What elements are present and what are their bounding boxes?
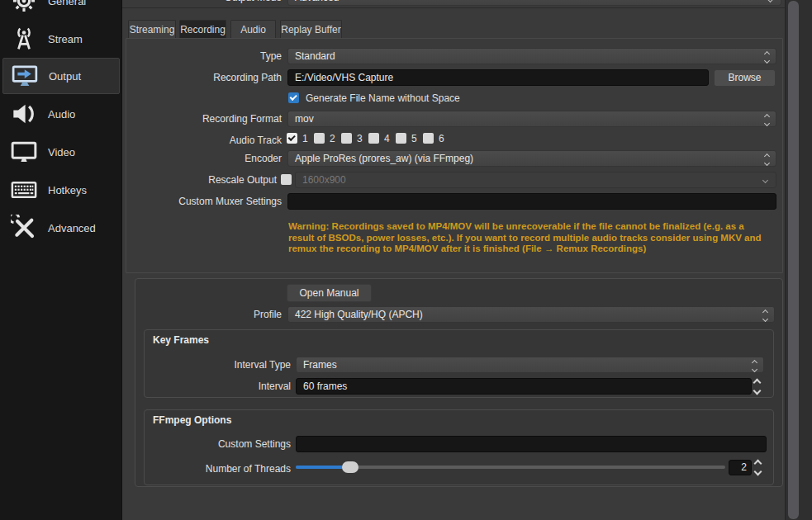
sidebar-item-output[interactable]: Output bbox=[2, 58, 120, 94]
profile-value: 422 High Quality/HQ (APCH) bbox=[295, 309, 423, 320]
custom-settings-label: Custom Settings bbox=[139, 436, 291, 452]
sidebar-label-advanced: Advanced bbox=[48, 222, 96, 234]
ffmpeg-options-title: FFmpeg Options bbox=[153, 414, 231, 426]
interval-type-select[interactable]: Frames bbox=[296, 357, 764, 373]
audio-track-1-checkbox[interactable] bbox=[287, 133, 297, 144]
spinner-icons[interactable] bbox=[753, 361, 757, 371]
audio-track-4-label: 4 bbox=[384, 130, 396, 147]
rescale-resolution-value: 1600x900 bbox=[302, 174, 346, 186]
speaker-icon bbox=[10, 100, 38, 128]
broadcast-icon bbox=[10, 25, 38, 53]
custom-muxer-label: Custom Muxer Settings bbox=[122, 193, 282, 210]
sidebar-item-general[interactable]: General bbox=[2, 0, 120, 19]
recording-path-input[interactable]: E:/Video/VHS Capture bbox=[287, 69, 709, 86]
rescale-output-checkbox[interactable] bbox=[281, 174, 292, 185]
audio-track-3-checkbox[interactable] bbox=[341, 133, 352, 144]
sidebar-item-hotkeys[interactable]: Hotkeys bbox=[2, 172, 120, 208]
encoder-select[interactable]: Apple ProRes (prores_aw) (via FFmpeg) bbox=[287, 150, 776, 167]
scrollbar-track[interactable] bbox=[785, 0, 812, 520]
interval-type-value: Frames bbox=[303, 359, 337, 371]
keyboard-icon bbox=[10, 176, 38, 204]
encoder-label: Encoder bbox=[122, 150, 282, 167]
check-icon bbox=[290, 92, 297, 100]
rescale-output-label: Rescale Output bbox=[122, 172, 277, 188]
number-of-threads-label: Number of Threads bbox=[139, 461, 291, 477]
tools-icon bbox=[10, 214, 38, 242]
recording-format-select[interactable]: mov bbox=[287, 111, 776, 127]
sidebar-label-general: General bbox=[48, 0, 86, 7]
audio-track-2-label: 2 bbox=[330, 130, 341, 147]
sidebar-label-video: Video bbox=[48, 146, 75, 158]
sidebar-label-hotkeys: Hotkeys bbox=[48, 184, 87, 196]
type-value: Standard bbox=[295, 50, 335, 62]
spinner-icons[interactable] bbox=[765, 115, 769, 125]
audio-track-5-label: 5 bbox=[411, 130, 423, 147]
sidebar-item-stream[interactable]: Stream bbox=[2, 21, 120, 57]
check-icon bbox=[288, 133, 296, 140]
audio-track-5-checkbox[interactable] bbox=[396, 133, 406, 144]
recording-format-label: Recording Format bbox=[122, 111, 282, 127]
audio-track-1-label: 1 bbox=[302, 130, 314, 147]
sidebar-item-advanced[interactable]: Advanced bbox=[2, 210, 120, 246]
gear-icon bbox=[10, 0, 38, 15]
type-label: Type bbox=[122, 48, 282, 64]
settings-sidebar: General Stream bbox=[0, 0, 122, 520]
audio-track-6-label: 6 bbox=[439, 130, 450, 147]
settings-window: General Stream bbox=[0, 0, 812, 520]
custom-muxer-input[interactable] bbox=[287, 193, 776, 210]
custom-settings-input[interactable] bbox=[296, 436, 767, 452]
tab-streaming[interactable]: Streaming bbox=[128, 20, 176, 38]
type-select[interactable]: Standard bbox=[287, 48, 776, 64]
mp4-warning-text: Warning: Recordings saved to MP4/MOV wil… bbox=[288, 221, 766, 255]
open-manual-button[interactable]: Open Manual bbox=[287, 284, 372, 302]
profile-select[interactable]: 422 High Quality/HQ (APCH) bbox=[287, 306, 775, 323]
output-monitor-icon bbox=[11, 62, 39, 90]
threads-slider-handle[interactable] bbox=[342, 461, 359, 473]
spinner-icons[interactable] bbox=[765, 52, 769, 63]
sidebar-label-stream: Stream bbox=[48, 33, 83, 45]
rescale-resolution-select: 1600x900 bbox=[295, 172, 776, 188]
audio-track-label: Audio Track bbox=[122, 132, 282, 149]
interval-type-label: Interval Type bbox=[139, 357, 291, 373]
interval-stepper[interactable] bbox=[754, 380, 760, 394]
output-mode-select[interactable]: Advanced bbox=[287, 0, 781, 6]
threads-stepper[interactable] bbox=[755, 461, 761, 475]
audio-track-4-checkbox[interactable] bbox=[368, 133, 379, 144]
scrollbar-thumb[interactable] bbox=[788, 1, 799, 519]
generate-filename-label: Generate File Name without Space bbox=[306, 90, 553, 106]
monitor-icon bbox=[10, 138, 38, 166]
browse-button[interactable]: Browse bbox=[714, 69, 776, 87]
output-mode-value: Advanced bbox=[295, 0, 339, 3]
recording-path-label: Recording Path bbox=[122, 69, 282, 86]
key-frames-title: Key Frames bbox=[153, 334, 209, 346]
tab-recording[interactable]: Recording bbox=[179, 20, 226, 38]
spinner-icons[interactable] bbox=[763, 310, 767, 321]
interval-label: Interval bbox=[139, 378, 291, 395]
chevron-down-icon bbox=[768, 0, 772, 2]
threads-slider[interactable] bbox=[296, 466, 725, 469]
output-mode-label: Output Mode bbox=[122, 0, 282, 6]
audio-track-2-checkbox[interactable] bbox=[314, 133, 325, 144]
sidebar-item-video[interactable]: Video bbox=[2, 134, 120, 170]
tab-replay-buffer[interactable]: Replay Buffer bbox=[280, 20, 342, 38]
audio-track-3-label: 3 bbox=[357, 130, 368, 147]
interval-input[interactable]: 60 frames bbox=[296, 378, 752, 395]
sidebar-label-audio: Audio bbox=[48, 108, 75, 121]
tab-audio[interactable]: Audio bbox=[230, 20, 276, 38]
generate-filename-checkbox[interactable] bbox=[288, 92, 299, 103]
sidebar-label-output: Output bbox=[49, 70, 81, 83]
audio-track-6-checkbox[interactable] bbox=[423, 133, 434, 144]
encoder-value: Apple ProRes (prores_aw) (via FFmpeg) bbox=[295, 153, 473, 164]
threads-slider-fill bbox=[296, 466, 347, 469]
recording-format-value: mov bbox=[295, 113, 314, 125]
threads-value-input[interactable]: 2 bbox=[729, 460, 752, 475]
header-divider bbox=[122, 7, 812, 8]
sidebar-item-audio[interactable]: Audio bbox=[2, 96, 120, 132]
profile-label: Profile bbox=[122, 306, 282, 323]
chevron-down-icon bbox=[763, 178, 767, 182]
spinner-icons[interactable] bbox=[765, 154, 769, 165]
